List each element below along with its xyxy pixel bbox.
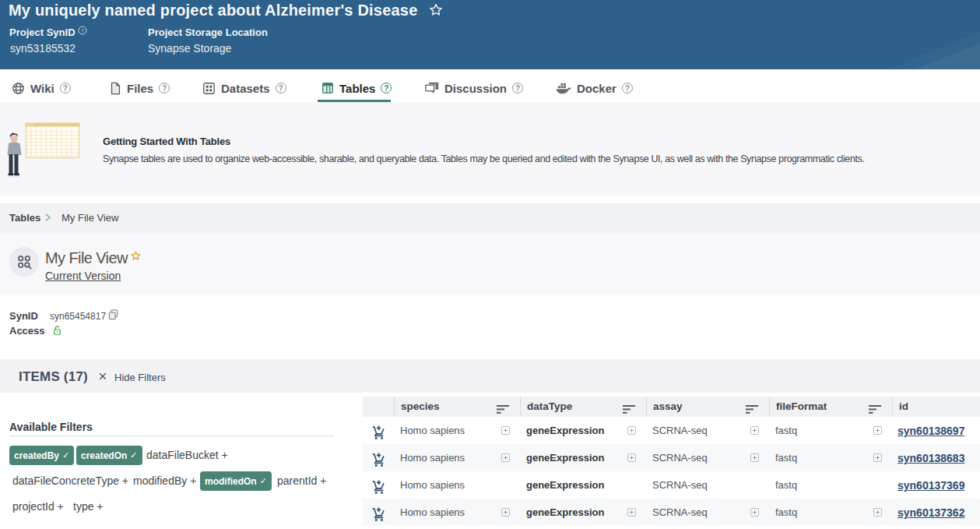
svg-text:?: ? [81,28,84,34]
